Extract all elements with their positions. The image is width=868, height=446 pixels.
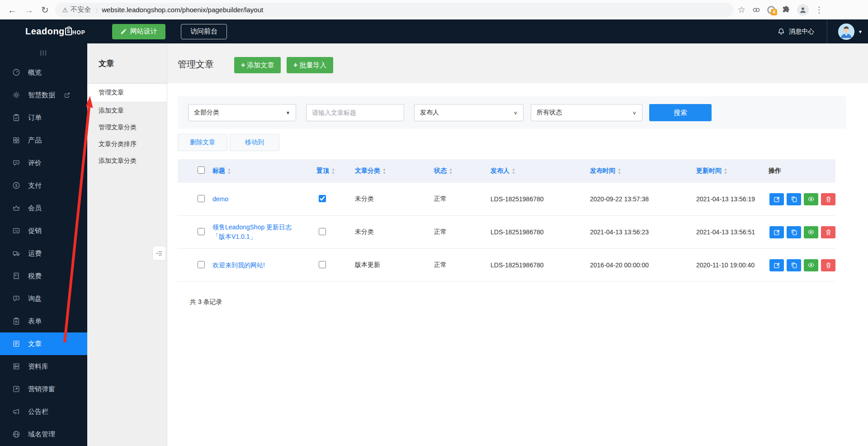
- address-bar[interactable]: ⚠ 不安全 | website.leadongshop.com/phoenix/…: [55, 3, 733, 17]
- browser-reload-icon[interactable]: ↻: [41, 5, 49, 14]
- sidebar-item-domains[interactable]: 域名管理: [0, 423, 87, 446]
- sidebar-item-promotions[interactable]: % 促销: [0, 219, 87, 242]
- sidebar-item-overview[interactable]: 概览: [0, 61, 87, 84]
- avatar-dropdown-caret-icon[interactable]: ▾: [859, 28, 862, 35]
- url-text: website.leadongshop.com/phoenix/pagebuil…: [102, 6, 263, 14]
- sidebar-item-articles[interactable]: 文章: [0, 332, 87, 355]
- leadongshop-logo[interactable]: Leadong S HOP: [25, 26, 87, 37]
- sidebar-item-inquiries[interactable]: ¥ 询盘: [0, 287, 87, 310]
- select-all-checkbox[interactable]: [198, 166, 205, 174]
- message-center[interactable]: 消息中心: [777, 28, 814, 36]
- pin-top-checkbox[interactable]: [319, 261, 326, 268]
- category-select[interactable]: 全部分类 ▼: [188, 104, 296, 121]
- submenu-collapse-button[interactable]: [152, 246, 166, 261]
- search-button[interactable]: 搜索: [649, 104, 712, 121]
- submenu-item-manage-categories[interactable]: 管理文章分类: [87, 119, 167, 136]
- user-avatar[interactable]: [838, 24, 854, 40]
- update-time-cell: 2021-04-13 13:56:19: [696, 195, 769, 203]
- svg-text:¥=: ¥=: [14, 273, 18, 277]
- view-button[interactable]: [804, 226, 818, 238]
- copy-button[interactable]: [787, 259, 801, 271]
- publish-time-cell: 2021-04-13 13:56:23: [590, 228, 696, 236]
- sort-icon[interactable]: ▲▼: [724, 168, 727, 175]
- sort-icon[interactable]: ▲▼: [512, 168, 515, 175]
- delete-button[interactable]: [821, 259, 835, 271]
- copy-button[interactable]: [787, 226, 801, 238]
- sidebar-item-orders[interactable]: 订单: [0, 106, 87, 129]
- batch-import-button[interactable]: + 批量导入: [287, 57, 333, 73]
- add-article-button[interactable]: + 添加文章: [234, 57, 281, 73]
- extensions-puzzle-icon[interactable]: [782, 5, 791, 14]
- row-select-checkbox[interactable]: [198, 195, 205, 202]
- truck-icon: [12, 249, 20, 257]
- sort-icon[interactable]: ▲▼: [227, 168, 231, 175]
- svg-text:$: $: [15, 183, 17, 188]
- category-cell: 未分类: [355, 195, 434, 203]
- submenu-item-sort-categories[interactable]: 文章分类排序: [87, 136, 167, 152]
- title-search-input[interactable]: [312, 109, 398, 116]
- view-button[interactable]: [804, 259, 818, 271]
- row-select-checkbox[interactable]: [198, 228, 205, 235]
- browser-back-icon[interactable]: ←: [8, 5, 17, 14]
- sidebar-item-shipping[interactable]: 运费: [0, 242, 87, 265]
- column-header-title[interactable]: 标题▲▼: [212, 167, 316, 175]
- sidebar-item-taxes[interactable]: ¥= 税费: [0, 265, 87, 287]
- sidebar-item-forms[interactable]: 表单: [0, 310, 87, 332]
- column-header-category[interactable]: 文章分类▲▼: [355, 167, 434, 175]
- circle-extension-icon[interactable]: 4: [767, 6, 775, 14]
- security-label[interactable]: 不安全: [71, 5, 91, 14]
- sidebar-item-library[interactable]: 资料库: [0, 355, 87, 378]
- sidebar-item-announcements[interactable]: 公告栏: [0, 400, 87, 423]
- browser-menu-icon[interactable]: ⋮: [815, 5, 823, 15]
- pin-top-checkbox[interactable]: [319, 228, 326, 235]
- submenu-item-add-category[interactable]: 添加文章分类: [87, 152, 167, 169]
- publisher-select-value: 发布人: [420, 109, 439, 117]
- link-extension-icon[interactable]: [752, 5, 761, 14]
- column-header-publish-time[interactable]: 发布时间▲▼: [590, 167, 696, 175]
- article-title-link[interactable]: 领售LeadongShop 更新日志「版本V1.0.1」: [212, 223, 292, 240]
- submenu-item-add-article[interactable]: 添加文章: [87, 102, 167, 119]
- sidebar-item-smart-data[interactable]: 智慧数据: [0, 84, 87, 106]
- publisher-select[interactable]: 发布人 ∨: [414, 104, 524, 121]
- column-header-publisher[interactable]: 发布人▲▼: [491, 167, 590, 175]
- view-button[interactable]: [804, 193, 818, 205]
- bulk-move-button[interactable]: 移动到: [230, 134, 279, 151]
- article-title-link[interactable]: 欢迎来到我的网站!: [212, 261, 265, 269]
- delete-button[interactable]: [821, 193, 835, 205]
- sidebar-item-products[interactable]: 产品: [0, 129, 87, 152]
- sort-icon[interactable]: ▲▼: [382, 168, 386, 175]
- copy-button[interactable]: [787, 193, 801, 205]
- sidebar-item-members[interactable]: 会员: [0, 197, 87, 219]
- site-design-label: 网站设计: [130, 27, 157, 36]
- article-title-link[interactable]: demo: [212, 195, 228, 203]
- status-select-value: 所有状态: [537, 109, 562, 117]
- sidebar-item-reviews[interactable]: 评价: [0, 152, 87, 174]
- sort-icon[interactable]: ▲▼: [618, 168, 621, 175]
- row-select-checkbox[interactable]: [198, 261, 205, 268]
- sidebar-item-label: 税费: [28, 272, 42, 280]
- submenu-item-manage-articles[interactable]: 管理文章: [87, 84, 167, 102]
- bookmark-star-icon[interactable]: ☆: [738, 5, 745, 15]
- visit-frontend-button[interactable]: 访问前台: [181, 24, 227, 39]
- column-header-status[interactable]: 状态▲▼: [434, 167, 491, 175]
- status-select[interactable]: 所有状态 ∨: [531, 104, 642, 121]
- sort-icon[interactable]: ▲▼: [331, 168, 335, 175]
- bulk-delete-button[interactable]: 删除文章: [178, 134, 227, 151]
- sort-icon[interactable]: ▲▼: [449, 168, 453, 175]
- browser-forward-icon[interactable]: →: [24, 5, 33, 14]
- sidebar-item-label: 资料库: [28, 362, 48, 371]
- pin-top-checkbox[interactable]: [319, 195, 326, 202]
- title-search-field[interactable]: [306, 104, 404, 121]
- delete-button[interactable]: [821, 226, 835, 238]
- site-design-button[interactable]: 网站设计: [112, 24, 165, 39]
- sidebar-item-marketing-popup[interactable]: 营销弹窗: [0, 378, 87, 400]
- sidebar-item-payments[interactable]: $ 支付: [0, 174, 87, 197]
- edit-button[interactable]: [769, 259, 784, 271]
- browser-profile-icon[interactable]: [797, 4, 809, 16]
- column-header-top[interactable]: 置顶▲▼: [316, 167, 355, 175]
- sidebar-item-label: 概览: [28, 68, 42, 77]
- column-header-update-time[interactable]: 更新时间▲▼: [696, 167, 769, 175]
- sidebar-collapse-icon[interactable]: |||: [0, 43, 87, 61]
- edit-button[interactable]: [769, 193, 784, 205]
- edit-button[interactable]: [769, 226, 784, 238]
